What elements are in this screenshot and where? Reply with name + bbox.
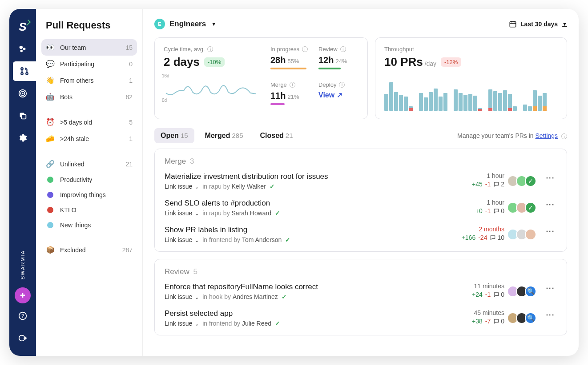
sidebar-item-bots[interactable]: 🤖Bots82	[41, 89, 137, 105]
sidebar-item-participating[interactable]: 💬Participating0	[41, 56, 137, 72]
svg-rect-14	[510, 22, 516, 27]
check-icon: ✓	[285, 236, 290, 243]
nav-pull-requests-icon[interactable]	[13, 61, 36, 81]
pr-row[interactable]: Materialize investment distribution root…	[165, 172, 557, 190]
tab-open[interactable]: Open15	[154, 128, 194, 143]
link-issue-button[interactable]: Link issue ⌄	[165, 320, 199, 327]
info-icon[interactable]: i	[207, 46, 213, 52]
info-icon[interactable]: i	[302, 46, 308, 52]
sidebar-item--5-days-old[interactable]: ⏰>5 days old5	[41, 114, 137, 130]
svg-point-4	[21, 73, 23, 75]
check-icon: ✓	[270, 183, 275, 190]
calendar-icon	[509, 20, 517, 28]
link-issue-button[interactable]: Link issue ⌄	[165, 210, 199, 217]
svg-point-2	[20, 50, 23, 52]
more-icon[interactable]: ⋮	[544, 199, 557, 217]
sidebar-item-excluded[interactable]: 📦Excluded287	[41, 242, 137, 258]
deletions: -1	[485, 291, 491, 298]
nav-copy-icon[interactable]	[13, 106, 32, 125]
user-avatar[interactable]: ✚	[15, 287, 31, 303]
throughput-delta: -12%	[441, 57, 461, 67]
nav-logout-icon[interactable]	[13, 328, 32, 348]
link-issue-button[interactable]: Link issue ⌄	[165, 183, 199, 190]
info-icon[interactable]: i	[290, 82, 295, 88]
svg-text:?: ?	[21, 313, 24, 319]
deletions: -1	[485, 207, 491, 214]
svg-point-3	[21, 68, 23, 70]
deletions: -1	[485, 181, 491, 188]
info-icon[interactable]: i	[340, 46, 346, 52]
more-icon[interactable]: ⋮	[544, 282, 557, 300]
sidebar-emoji-icon: 👋	[46, 76, 55, 85]
pr-time: 1 hour	[475, 199, 504, 206]
metric-review: Reviewi12h24%	[318, 46, 358, 75]
sidebar-emoji-icon: ⏰	[46, 118, 55, 126]
sidebar-item-ktlo[interactable]: KTLO	[41, 202, 137, 218]
comment-icon	[493, 208, 499, 214]
metric-merge: Mergei11h21%	[270, 81, 310, 111]
status-badge: ✓	[525, 175, 536, 187]
pr-row[interactable]: Persist selected appLink issue ⌄in front…	[165, 309, 557, 327]
date-range-selector[interactable]: Last 30 days ▼	[509, 20, 567, 28]
settings-note: Manage your team's PRs in Settings i	[457, 132, 567, 140]
sidebar-emoji-icon: 🧀	[46, 134, 55, 143]
settings-link[interactable]: Settings	[536, 132, 558, 139]
team-badge: E	[154, 19, 165, 29]
nav-settings-icon[interactable]	[13, 128, 32, 148]
sidebar: Pull Requests 👀Our team15💬Participating0…	[36, 9, 143, 356]
svg-point-5	[26, 73, 28, 75]
additions: +0	[475, 207, 483, 214]
sidebar-emoji-icon: 🔗	[46, 160, 55, 168]
cycle-time-value: 2 days	[164, 55, 200, 69]
team-selector[interactable]: E Engineers ▼	[154, 19, 216, 29]
nav-home-icon[interactable]	[13, 39, 32, 59]
svg-rect-10	[21, 114, 26, 119]
category-dot-icon	[47, 192, 53, 198]
sidebar-item--24h-stale[interactable]: 🧀>24h stale1	[41, 130, 137, 147]
info-icon[interactable]: i	[561, 133, 567, 139]
tab-merged[interactable]: Merged285	[199, 128, 250, 143]
sidebar-item-unlinked[interactable]: 🔗Unlinked21	[41, 156, 137, 172]
sidebar-item-productivity[interactable]: Productivity	[41, 172, 137, 187]
more-icon[interactable]: ⋮	[544, 226, 557, 243]
avatar-stack: ✓	[510, 199, 536, 217]
sidebar-item-improving-things[interactable]: Improving things	[41, 187, 137, 202]
nav-targets-icon[interactable]	[13, 84, 32, 103]
avatar	[525, 229, 536, 240]
sidebar-item-new-things[interactable]: New things	[41, 218, 137, 233]
additions: +38	[472, 318, 483, 325]
svg-point-0	[20, 46, 23, 49]
tab-closed[interactable]: Closed21	[254, 128, 299, 143]
logo[interactable]: S	[13, 17, 32, 36]
category-dot-icon	[47, 207, 53, 213]
pr-row[interactable]: Enforce that repositoryFullName looks co…	[165, 282, 557, 300]
sidebar-item-from-others[interactable]: 👋From others1	[41, 72, 137, 89]
sidebar-emoji-icon: 👀	[46, 43, 55, 52]
nav-help-icon[interactable]: ?	[13, 306, 32, 326]
status-badge: 🔍	[525, 286, 536, 297]
sidebar-emoji-icon: 💬	[46, 60, 55, 68]
throughput-value: 10 PRs	[384, 55, 423, 69]
pr-title: Send SLO alerts to #production	[165, 199, 470, 208]
additions: +24	[472, 291, 483, 298]
pr-section-merge: Merge 3Materialize investment distributi…	[154, 149, 567, 252]
link-issue-button[interactable]: Link issue ⌄	[165, 293, 199, 300]
metric-in-progress: In progressi28h55%	[270, 46, 310, 75]
main-content: E Engineers ▼ Last 30 days ▼ Cycle time,…	[143, 9, 579, 356]
throughput-chart	[384, 75, 558, 111]
sidebar-item-our-team[interactable]: 👀Our team15	[41, 39, 137, 56]
deploy-view-link[interactable]: View ↗	[318, 91, 342, 99]
deletions: -7	[485, 318, 491, 325]
more-icon[interactable]: ⋮	[544, 172, 557, 190]
check-icon: ✓	[282, 293, 287, 300]
comment-icon	[493, 318, 499, 324]
pr-row[interactable]: Send SLO alerts to #productionLink issue…	[165, 199, 557, 217]
more-icon[interactable]: ⋮	[544, 309, 557, 327]
pr-row[interactable]: Show PR labels in listingLink issue ⌄in …	[165, 226, 557, 243]
info-icon[interactable]: i	[339, 82, 345, 88]
chevron-down-icon: ▼	[562, 21, 567, 27]
link-issue-button[interactable]: Link issue ⌄	[165, 236, 199, 243]
avatar-stack: ✓	[510, 172, 536, 190]
pr-title: Enforce that repositoryFullName looks co…	[165, 282, 467, 291]
check-icon: ✓	[275, 210, 280, 217]
